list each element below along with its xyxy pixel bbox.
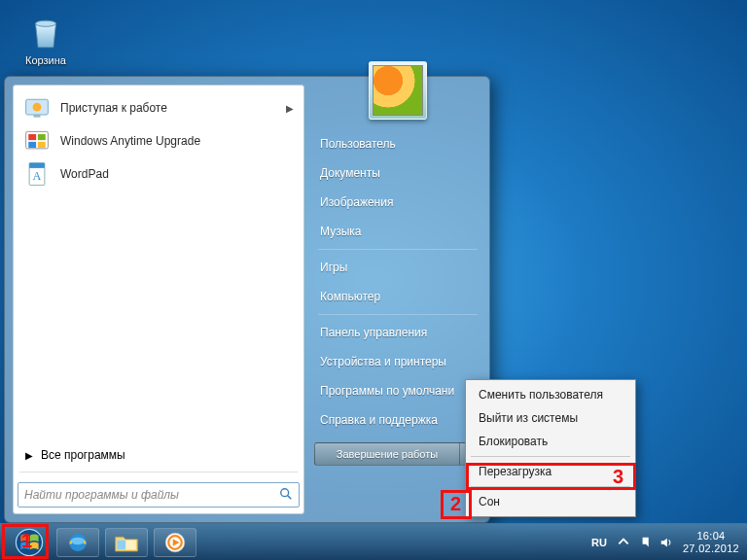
start-item-anytime-upgrade[interactable]: Windows Anytime Upgrade xyxy=(18,124,300,158)
chevron-up-icon xyxy=(617,535,630,548)
svg-rect-7 xyxy=(28,142,36,148)
separator xyxy=(318,249,478,250)
start-menu-right-pane: Пользователь Документы Изображения Музык… xyxy=(304,85,481,514)
start-item-getting-started[interactable]: Приступая к работе ▶ xyxy=(18,91,300,124)
svg-point-12 xyxy=(281,488,289,496)
svg-point-2 xyxy=(33,103,42,112)
tray-icons xyxy=(640,536,673,549)
clock[interactable]: 16:04 27.02.2012 xyxy=(683,530,739,553)
action-center-icon[interactable] xyxy=(640,536,654,549)
clock-date: 27.02.2012 xyxy=(683,542,739,554)
right-link-music[interactable]: Музыка xyxy=(314,217,481,246)
svg-point-0 xyxy=(36,20,56,26)
svg-rect-6 xyxy=(38,134,46,140)
start-item-label: Приступая к работе xyxy=(60,101,167,115)
right-link-documents[interactable]: Документы xyxy=(314,158,481,188)
right-link-help[interactable]: Справка и поддержка xyxy=(314,405,481,435)
right-link-computer[interactable]: Компьютер xyxy=(314,282,481,311)
svg-line-13 xyxy=(288,495,292,499)
right-link-devices[interactable]: Устройства и принтеры xyxy=(314,347,481,376)
svg-rect-19 xyxy=(117,540,125,549)
getting-started-icon xyxy=(23,94,51,122)
popup-lock[interactable]: Блокировать xyxy=(469,430,632,453)
taskbar: RU 16:04 27.02.2012 xyxy=(0,523,747,560)
tray-expand[interactable] xyxy=(617,535,630,550)
file-explorer-icon xyxy=(114,532,139,553)
language-indicator[interactable]: RU xyxy=(591,537,607,548)
start-item-label: Windows Anytime Upgrade xyxy=(60,134,200,148)
svg-text:A: A xyxy=(33,169,42,183)
windows-orb-icon xyxy=(14,527,45,558)
divider xyxy=(19,472,298,472)
media-player-icon xyxy=(163,531,187,554)
system-tray: RU 16:04 27.02.2012 xyxy=(591,530,739,553)
right-link-control-panel[interactable]: Панель управления xyxy=(314,318,481,347)
shutdown-split-button: Завершение работы ▸ xyxy=(314,442,481,466)
popup-restart[interactable]: Перезагрузка xyxy=(469,460,632,483)
start-button[interactable] xyxy=(8,528,51,557)
avatar-image xyxy=(373,65,423,116)
right-link-games[interactable]: Игры xyxy=(314,253,481,282)
search-placeholder-text: Найти программы и файлы xyxy=(24,488,179,502)
search-input[interactable]: Найти программы и файлы xyxy=(18,482,300,508)
right-link-pictures[interactable]: Изображения xyxy=(314,188,481,217)
taskbar-ie[interactable] xyxy=(56,528,99,557)
popup-logoff[interactable]: Выйти из системы xyxy=(469,406,632,430)
clock-time: 16:04 xyxy=(683,530,739,542)
internet-explorer-icon xyxy=(66,531,89,554)
shutdown-popup-menu: Сменить пользователя Выйти из системы Бл… xyxy=(465,379,636,517)
desktop-icon-recycle-bin[interactable]: Корзина xyxy=(14,12,78,66)
all-programs-arrow-icon: ▶ xyxy=(25,450,33,461)
svg-rect-5 xyxy=(28,134,36,140)
start-menu: Приступая к работе ▶ Windows Anytime Upg… xyxy=(4,76,490,523)
recycle-bin-label: Корзина xyxy=(14,54,78,66)
anytime-upgrade-icon xyxy=(23,127,51,155)
start-item-wordpad[interactable]: A WordPad xyxy=(18,158,300,191)
svg-rect-10 xyxy=(29,163,45,168)
start-menu-left-pane: Приступая к работе ▶ Windows Anytime Upg… xyxy=(13,85,304,514)
recycle-bin-icon xyxy=(25,12,66,52)
right-link-default-programs[interactable]: Программы по умолчани xyxy=(314,376,481,405)
popup-sleep[interactable]: Сон xyxy=(469,490,632,513)
taskbar-explorer[interactable] xyxy=(105,528,148,557)
svg-rect-3 xyxy=(34,115,41,118)
wordpad-icon: A xyxy=(23,160,51,188)
separator xyxy=(471,456,630,457)
right-link-user[interactable]: Пользователь xyxy=(314,129,481,158)
svg-rect-8 xyxy=(38,142,46,148)
volume-icon[interactable] xyxy=(659,536,673,549)
search-icon xyxy=(279,487,293,504)
user-avatar[interactable] xyxy=(369,61,427,120)
separator xyxy=(318,314,478,315)
all-programs-label: Все программы xyxy=(41,448,125,462)
popup-switch-user[interactable]: Сменить пользователя xyxy=(469,383,632,406)
start-item-label: WordPad xyxy=(60,167,109,181)
shutdown-button[interactable]: Завершение работы xyxy=(315,443,459,465)
separator xyxy=(471,486,630,487)
taskbar-mediaplayer[interactable] xyxy=(154,528,196,557)
submenu-arrow-icon: ▶ xyxy=(286,103,294,114)
all-programs[interactable]: ▶ Все программы xyxy=(18,442,300,468)
svg-point-17 xyxy=(71,537,85,544)
